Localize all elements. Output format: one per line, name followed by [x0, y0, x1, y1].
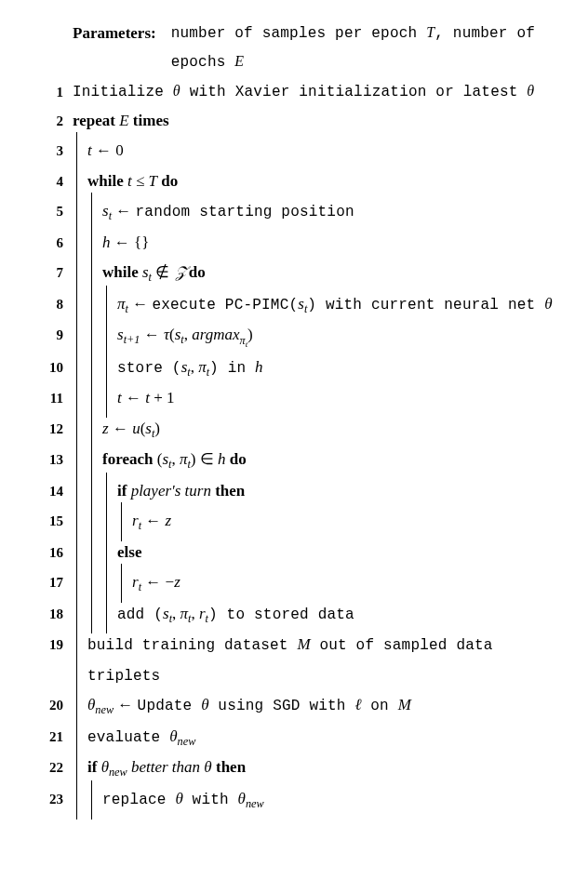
bar	[87, 476, 102, 506]
l18-close: ) to stored data	[208, 606, 354, 623]
l17-z: z	[174, 573, 180, 591]
lineno: 20	[37, 690, 73, 719]
lineno: 11	[37, 383, 73, 412]
l23-sub: new	[246, 797, 264, 810]
bar	[87, 445, 102, 476]
l10-pi: π	[198, 358, 207, 376]
lineno: 5	[37, 196, 73, 225]
l20-sub: new	[95, 704, 114, 717]
bar	[73, 445, 87, 476]
bar	[73, 753, 87, 784]
bar	[102, 289, 117, 321]
l10-comma: ,	[191, 358, 199, 376]
line-4: 4 while t ≤ T do	[37, 167, 569, 196]
bar	[73, 722, 87, 753]
line-10: 10 store (st, πt) in h	[37, 353, 569, 384]
bar	[73, 228, 87, 258]
l12-u: u	[132, 420, 140, 437]
l9-s: s	[117, 326, 124, 343]
bar	[102, 383, 117, 413]
l5-arrow: ←	[112, 202, 136, 220]
lineno: 16	[37, 538, 73, 566]
lineno: 8	[37, 289, 73, 318]
l8-txt: execute PC-PIMC(	[152, 297, 298, 313]
lineno: 6	[37, 228, 73, 257]
l22-sub: new	[109, 766, 127, 780]
line-17: 17 rt ← −z	[37, 567, 569, 599]
params-label: Parameters:	[73, 19, 171, 48]
lineno: 12	[37, 414, 73, 443]
line-8: 8 πt ← execute PC-PIMC(st) with current …	[37, 289, 569, 321]
bar	[73, 258, 87, 289]
line-1: 1 Initialize θ with Xavier initializatio…	[37, 77, 569, 106]
l21-txt: evaluate	[87, 729, 169, 746]
line-7: 7 while st ∉ 𝒵 do	[37, 258, 569, 289]
kw-then: then	[212, 758, 246, 776]
l4-cond: t ≤ T	[127, 172, 157, 190]
l23-txt2: with	[183, 792, 238, 808]
bar	[73, 353, 87, 384]
bar	[73, 538, 87, 567]
lineno: 13	[37, 445, 73, 473]
l8-theta: θ	[544, 295, 552, 313]
l12-close: )	[154, 420, 160, 437]
l18-pi: π	[180, 605, 189, 622]
l11-plus: + 1	[150, 389, 175, 407]
l12-s: s	[145, 420, 152, 437]
lineno: 23	[37, 784, 73, 813]
l21-sub: new	[178, 735, 196, 748]
param-T: T	[426, 24, 434, 40]
kw-do: do	[185, 263, 206, 281]
bar	[73, 136, 87, 166]
l21-theta: θ	[169, 727, 177, 745]
line-18: 18 add (st, πt, rt) to stored data	[37, 599, 569, 631]
lineno: 21	[37, 722, 73, 751]
l6-arrow: ← {}	[111, 233, 150, 251]
l1-theta2: θ	[527, 83, 534, 99]
l13-close: ) ∈	[191, 450, 218, 468]
algorithm-block: Parameters: number of samples per epoch …	[37, 19, 569, 816]
l22-theta2: θ	[204, 758, 211, 776]
l22-theta: θ	[101, 758, 109, 776]
bar	[73, 630, 87, 690]
lineno: 9	[37, 320, 73, 349]
line-19: 19 build training dataset M out of sampl…	[37, 630, 569, 690]
bar	[102, 506, 117, 538]
kw-foreach: foreach	[102, 450, 157, 468]
bar	[73, 690, 87, 722]
line-15: 15 rt ← z	[37, 506, 569, 538]
l1-b: with Xavier initialization or latest	[180, 84, 527, 100]
l8-pi: π	[117, 295, 126, 313]
line-2: 2 repeat E times	[37, 106, 569, 136]
l19-M: M	[297, 635, 310, 653]
l20-M: M	[398, 696, 411, 713]
lineno-blank	[37, 19, 73, 20]
bar	[102, 476, 117, 506]
bar	[73, 784, 87, 816]
line-6: 6 h ← {}	[37, 228, 569, 258]
lineno: 2	[37, 106, 73, 135]
l9-sub: t+1	[124, 334, 140, 347]
line-14: 14 if player's turn then	[37, 476, 569, 506]
params-row: Parameters: number of samples per epoch …	[37, 19, 569, 77]
line-5: 5 st ← random starting position	[37, 196, 569, 228]
bar	[87, 196, 102, 228]
bar	[87, 506, 102, 538]
l2-E: E	[119, 112, 128, 129]
l20-theta2: θ	[201, 696, 208, 713]
bar	[87, 784, 102, 816]
line-9: 9 st+1 ← τ(st, argmaxπt)	[37, 320, 569, 353]
l10-h: h	[255, 358, 263, 376]
lineno: 1	[37, 77, 73, 106]
bar	[87, 383, 102, 413]
l9-comma: ,	[184, 326, 193, 343]
l23-theta: θ	[175, 790, 182, 807]
bar	[87, 320, 102, 353]
l10-close: ) in	[209, 360, 255, 377]
lineno: 19	[37, 630, 73, 659]
bar	[87, 414, 102, 446]
l13-s: s	[162, 450, 168, 468]
bar	[87, 567, 102, 599]
lineno: 3	[37, 136, 73, 165]
l3-arrow: ← 0	[92, 141, 124, 159]
